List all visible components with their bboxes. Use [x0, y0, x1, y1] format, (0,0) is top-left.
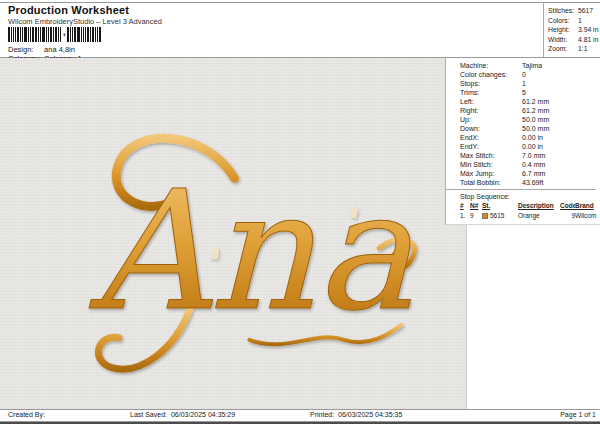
row-value: 61.2 mm	[522, 97, 598, 106]
embroidery-design-ana: Ana	[0, 58, 466, 409]
machine-info-list: Machine:TajimaColor changes:0Stops:1Trim…	[460, 61, 598, 187]
table-cell: Orange	[518, 211, 560, 220]
stats-list: Stitches:5617Colors:1Height:3.94 inWidth…	[548, 6, 600, 54]
design-canvas: Ana	[0, 58, 467, 409]
row-label: Zoom:	[548, 44, 578, 54]
stop-sequence-row: 1.95615Orange9Wilcom	[460, 211, 599, 220]
table-cell: 9	[560, 211, 575, 220]
row-label: Down:	[460, 124, 522, 133]
row-label: Stops:	[460, 79, 522, 88]
footer-last-saved: Last Saved: 06/03/2025 04:35:29	[130, 411, 235, 418]
row-label: Machine:	[460, 61, 522, 70]
table-cell: 1.	[460, 211, 470, 220]
stop-sequence-table: #N#St.DescriptionCodeBrand 1.95615Orange…	[460, 202, 599, 220]
row-label: Total Bobbin:	[460, 178, 522, 187]
row-label: Up:	[460, 115, 522, 124]
column-header: Description	[518, 202, 560, 211]
info-row: Total Bobbin:43.69ft	[460, 178, 598, 187]
printed-label: Printed:	[310, 411, 334, 418]
row-label: Right:	[460, 106, 522, 115]
table-cell: 9	[470, 211, 482, 220]
info-row: Color changes:0	[460, 70, 598, 79]
info-row: EndY:0.00 in	[460, 142, 598, 151]
row-value: 43.69ft	[522, 178, 598, 187]
info-row: Height:3.94 in	[548, 25, 600, 35]
row-value: 5617	[578, 6, 600, 16]
info-row: Stops:1	[460, 79, 598, 88]
footer-top-rule	[0, 409, 600, 410]
barcode: ,	[8, 27, 102, 42]
column-header: Brand	[575, 202, 599, 211]
row-value: 3.94 in	[578, 25, 600, 35]
table-cell: Wilcom	[575, 211, 599, 220]
design-name-row: Design: ana 4,8in	[8, 45, 75, 54]
app-subtitle: Wilcom EmbroideryStudio – Level 3 Advanc…	[8, 17, 162, 26]
info-row: Max Stitch:7.0 mm	[460, 151, 598, 160]
design-value: ana 4,8in	[44, 45, 75, 54]
info-row: Machine:Tajima	[460, 61, 598, 70]
row-value: 0	[522, 70, 598, 79]
column-header: Code	[560, 202, 575, 211]
row-label: Left:	[460, 97, 522, 106]
thread-cell: 5615	[482, 211, 518, 220]
design-text: Ana	[89, 155, 413, 347]
row-value: 1	[578, 16, 600, 26]
info-row: Min Stitch:0.4 mm	[460, 160, 598, 169]
row-label: Color changes:	[460, 70, 522, 79]
info-row: Left:61.2 mm	[460, 97, 598, 106]
info-row: Max Jump:6.7 mm	[460, 169, 598, 178]
thread-color-swatch	[482, 213, 488, 219]
row-label: Max Jump:	[460, 169, 522, 178]
stop-sequence-head: #N#St.DescriptionCodeBrand	[460, 202, 599, 211]
panel-divider	[446, 189, 596, 190]
barcode-separator: ,	[63, 22, 66, 42]
row-value: 4.81 in	[578, 35, 600, 45]
row-value: 1:1	[578, 44, 600, 54]
row-value: 7.0 mm	[522, 151, 598, 160]
row-label: Colors:	[548, 16, 578, 26]
row-value: 61.2 mm	[522, 106, 598, 115]
machine-info-panel: Machine:TajimaColor changes:0Stops:1Trim…	[445, 58, 600, 225]
row-label: Width:	[548, 35, 578, 45]
printed-value: 06/03/2025 04:35:35	[338, 411, 402, 418]
info-row: Colors:1	[548, 16, 600, 26]
page-top-rule	[0, 2, 600, 3]
row-label: Trims:	[460, 88, 522, 97]
footer-page-number: Page 1 of 1	[560, 411, 596, 418]
info-row: Up:50.0 mm	[460, 115, 598, 124]
row-label: EndX:	[460, 133, 522, 142]
info-row: Stitches:5617	[548, 6, 600, 16]
row-label: EndY:	[460, 142, 522, 151]
design-label: Design:	[8, 45, 42, 54]
row-value: 0.00 in	[522, 142, 598, 151]
last-saved-label: Last Saved:	[130, 411, 167, 418]
info-row: Zoom:1:1	[548, 44, 600, 54]
row-label: Max Stitch:	[460, 151, 522, 160]
column-header: N#	[470, 202, 482, 211]
info-row: Trims:5	[460, 88, 598, 97]
info-row: Width:4.81 in	[548, 35, 600, 45]
row-value: 0.4 mm	[522, 160, 598, 169]
row-value: 50.0 mm	[522, 124, 598, 133]
last-saved-value: 06/03/2025 04:35:29	[171, 411, 235, 418]
page-title: Production Worksheet	[8, 4, 129, 16]
created-by-label: Created By:	[8, 411, 45, 418]
info-row: EndX:0.00 in	[460, 133, 598, 142]
stop-sequence-title: Stop Sequence:	[460, 192, 598, 201]
footer-created-by: Created By:	[8, 411, 47, 418]
row-value: 6.7 mm	[522, 169, 598, 178]
row-label: Height:	[548, 25, 578, 35]
row-value: Tajima	[522, 61, 598, 70]
column-header: St.	[482, 202, 518, 211]
row-label: Stitches:	[548, 6, 578, 16]
row-label: Min Stitch:	[460, 160, 522, 169]
stop-sequence-body: 1.95615Orange9Wilcom	[460, 211, 599, 220]
row-value: 50.0 mm	[522, 115, 598, 124]
row-value: 0.00 in	[522, 133, 598, 142]
row-value: 5	[522, 88, 598, 97]
row-value: 1	[522, 79, 598, 88]
stats-panel: Stitches:5617Colors:1Height:3.94 inWidth…	[543, 2, 600, 57]
column-header: #	[460, 202, 470, 211]
info-row: Down:50.0 mm	[460, 124, 598, 133]
info-row: Right:61.2 mm	[460, 106, 598, 115]
